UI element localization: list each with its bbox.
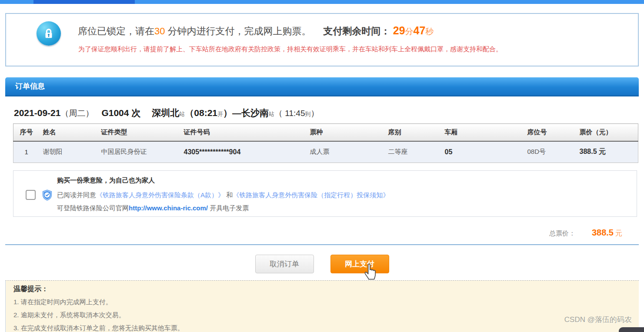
cell-seat-number: 08D号 bbox=[524, 141, 576, 163]
locked-text-suffix: 分钟内进行支付，完成网上购票。 bbox=[165, 26, 311, 37]
hand-pointer-cursor-icon bbox=[362, 261, 379, 282]
tips-title: 温馨提示： bbox=[13, 285, 48, 294]
order-info-header: 订单信息 bbox=[5, 77, 639, 96]
top-nav-active-segment bbox=[33, 0, 135, 4]
order-info-panel: 订单信息 2021-09-21（周二）G1004 次深圳北站（08:21开）—长… bbox=[5, 77, 639, 245]
insurance-panel: 购买一份乘意险，为自己也为家人 已阅读并同意《铁路旅客人身意外伤害保险条款（A款… bbox=[13, 170, 637, 217]
tips-item-1: 1. 请在指定时间内完成网上支付。 bbox=[13, 298, 112, 306]
train-weekday: （周二） bbox=[60, 109, 93, 118]
route-dash: — bbox=[232, 108, 241, 118]
col-ticket-type: 票种 bbox=[307, 124, 385, 141]
pay-minutes-limit: 30 bbox=[154, 26, 165, 37]
depart-paren-close: ） bbox=[223, 108, 232, 118]
insurance-agree-line: 已阅读并同意《铁路旅客人身意外伤害保险条款（A款）》 和《铁路旅客人身意外伤害保… bbox=[57, 191, 389, 199]
insurance-title: 购买一份乘意险，为自己也为家人 bbox=[57, 176, 155, 185]
table-header-row: 序号 姓名 证件类型 证件号码 票种 席别 车厢 席位号 票价（元） bbox=[13, 124, 638, 141]
insurance-agree-checkbox[interactable] bbox=[26, 190, 36, 200]
timer-label: 支付剩余时间： bbox=[324, 26, 390, 37]
timer-seconds: 47 bbox=[414, 24, 426, 37]
insurance-company-url-link[interactable]: http://www.china-ric.com/ bbox=[129, 204, 208, 212]
depart-paren-open: （ bbox=[185, 108, 194, 118]
invoice-suffix: 开具电子发票 bbox=[208, 204, 249, 212]
depart-time: 08:21 bbox=[194, 108, 217, 118]
top-nav-bar bbox=[0, 0, 644, 4]
total-price-label: 总票价： bbox=[549, 229, 575, 237]
insurance-invoice-line: 可登陆铁路保险公司官网http://www.china-ric.com/ 开具电… bbox=[57, 204, 249, 212]
cell-seat-class: 二等座 bbox=[385, 141, 441, 163]
from-station-tag: 站 bbox=[179, 111, 185, 117]
cell-id-type: 中国居民身份证 bbox=[98, 141, 180, 163]
insurance-notice-link[interactable]: 《铁路旅客人身意外伤害保险（指定行程）投保须知》 bbox=[233, 191, 389, 199]
tips-item-3: 3. 在完成支付或取消本订单之前，您将无法购买其他车票。 bbox=[13, 324, 184, 332]
col-seat-number: 席位号 bbox=[524, 124, 576, 141]
covid-notice-text: 为了保证您顺利出行，请提前了解上、下车站所在地政府有关防控政策，持相关有效证明乘… bbox=[78, 45, 502, 53]
cell-ticket-type: 成人票 bbox=[307, 141, 385, 163]
player-corner-overlay bbox=[619, 327, 644, 332]
passenger-row: 1 谢朝阳 中国居民身份证 4305***********904 成人票 二等座… bbox=[13, 141, 638, 163]
total-price-amount: 388.5 bbox=[592, 228, 614, 237]
from-station: 深圳北 bbox=[152, 108, 179, 118]
arrive-tag: 到 bbox=[305, 111, 310, 117]
col-name: 姓名 bbox=[40, 124, 98, 141]
pay-online-button[interactable]: 网上支付 bbox=[330, 255, 389, 273]
tips-panel: 温馨提示： 1. 请在指定时间内完成网上支付。 2. 逾期未支付，系统将取消本次… bbox=[5, 280, 639, 332]
to-station: 长沙南 bbox=[241, 108, 269, 118]
cell-index: 1 bbox=[13, 141, 40, 163]
train-date: 2021-09-21 bbox=[14, 108, 60, 118]
col-seat-class: 席别 bbox=[385, 124, 441, 141]
cell-price: 388.5 元 bbox=[576, 141, 638, 163]
csdn-watermark: CSDN @落伍的码农 bbox=[564, 315, 632, 325]
train-info-line: 2021-09-21（周二）G1004 次深圳北站（08:21开）—长沙南站（ … bbox=[14, 107, 319, 119]
timer-seconds-unit: 秒 bbox=[425, 27, 434, 36]
total-price-unit: 元 bbox=[615, 229, 622, 237]
col-carriage: 车厢 bbox=[441, 124, 524, 141]
insurance-terms-link[interactable]: 《铁路旅客人身意外伤害保险条款（A款）》 bbox=[96, 191, 224, 199]
and-text: 和 bbox=[224, 191, 233, 199]
panel-title: 订单信息 bbox=[5, 77, 45, 96]
arrive-time: 11:45 bbox=[285, 109, 305, 118]
tips-item-2: 2. 逾期未支付，系统将取消本次交易。 bbox=[13, 311, 125, 319]
arrive-paren-open: （ bbox=[274, 109, 285, 118]
cell-name: 谢朝阳 bbox=[40, 141, 98, 163]
lock-icon bbox=[37, 21, 61, 46]
col-index: 序号 bbox=[13, 124, 40, 141]
col-id-type: 证件类型 bbox=[98, 124, 180, 141]
seat-locked-notice-panel: 席位已锁定，请在30 分钟内进行支付，完成网上购票。支付剩余时间： 29分47秒… bbox=[5, 13, 639, 66]
shield-check-icon bbox=[41, 189, 53, 203]
cell-id-number: 4305***********904 bbox=[180, 141, 307, 163]
agree-prefix: 已阅读并同意 bbox=[57, 191, 96, 199]
order-actions-row: 取消订单 网上支付 bbox=[0, 255, 644, 273]
timer-minutes: 29 bbox=[393, 24, 405, 37]
passenger-table: 序号 姓名 证件类型 证件号码 票种 席别 车厢 席位号 票价（元） 1 谢朝阳… bbox=[13, 123, 638, 163]
cancel-order-button[interactable]: 取消订单 bbox=[255, 255, 314, 273]
train-number: G1004 次 bbox=[101, 108, 140, 118]
col-price: 票价（元） bbox=[576, 124, 638, 141]
payment-page: 席位已锁定，请在30 分钟内进行支付，完成网上购票。支付剩余时间： 29分47秒… bbox=[0, 0, 644, 332]
cell-carriage: 05 bbox=[441, 141, 524, 163]
depart-tag: 开 bbox=[217, 111, 223, 117]
timer-minutes-unit: 分 bbox=[405, 27, 414, 36]
arrive-paren-close: ） bbox=[310, 109, 319, 118]
invoice-prefix: 可登陆铁路保险公司官网 bbox=[57, 204, 129, 212]
payment-countdown-line: 席位已锁定，请在30 分钟内进行支付，完成网上购票。支付剩余时间： 29分47秒 bbox=[78, 23, 434, 39]
total-price-line: 总票价：388.5元 bbox=[549, 228, 622, 238]
col-id-number: 证件号码 bbox=[180, 124, 307, 141]
locked-text-prefix: 席位已锁定，请在 bbox=[78, 26, 154, 37]
to-station-tag: 站 bbox=[269, 111, 274, 117]
